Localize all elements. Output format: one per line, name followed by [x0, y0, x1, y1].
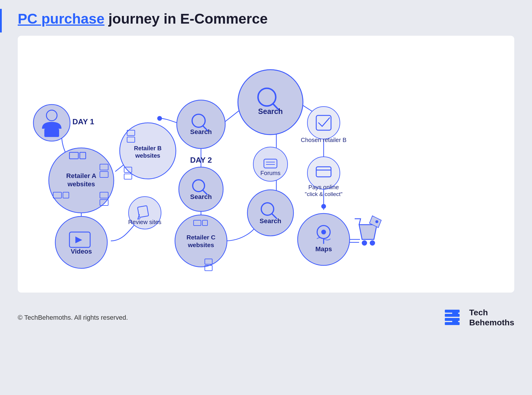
svg-point-57: [375, 220, 378, 223]
left-accent: [0, 9, 2, 32]
svg-point-53: [321, 230, 326, 234]
svg-rect-28: [124, 174, 132, 179]
search4-label: Search: [259, 217, 281, 225]
search2-node: [179, 167, 223, 211]
search1-node: [177, 100, 225, 148]
svg-point-55: [362, 240, 367, 246]
brand-logo-icon: [443, 307, 464, 328]
brand-name-line1: Tech: [469, 308, 514, 318]
diagram-container: DAY 1 Retailer A websites Retailer B web…: [18, 36, 514, 293]
day1-label: DAY 1: [72, 117, 94, 126]
retailer-c-label2: websites: [188, 241, 214, 248]
videos-node: [55, 216, 107, 268]
header: PC purchase journey in E-Commerce: [0, 0, 532, 33]
svg-point-12: [321, 204, 326, 209]
footer-brand: Tech Behemoths: [443, 307, 514, 328]
chosen-retailer-label: Chosen retailer B: [301, 137, 347, 143]
search1-label: Search: [190, 128, 212, 136]
svg-point-56: [370, 240, 375, 246]
maps-label: Maps: [315, 245, 332, 253]
search3-label: Search: [258, 107, 283, 115]
footer-copyright: © TechBehemoths. All rights reserved.: [18, 314, 128, 321]
search4-node: [247, 190, 293, 236]
footer: © TechBehemoths. All rights reserved. Te…: [0, 298, 532, 337]
svg-point-3: [157, 116, 162, 121]
page-wrapper: PC purchase journey in E-Commerce: [0, 0, 532, 395]
forums-label: Forums: [260, 170, 280, 176]
retailer-a-label: Retailer A: [66, 172, 96, 179]
svg-rect-64: [452, 318, 458, 325]
retailer-b-label: Retailer B: [134, 145, 161, 151]
chosen-retailer-node: [307, 107, 340, 139]
retailer-a-label2: websites: [67, 180, 95, 188]
cart-icon: [355, 216, 381, 246]
title-highlight: PC purchase: [18, 11, 104, 27]
review-sites-label: Review sites: [128, 219, 161, 225]
brand-name-line2: Behemoths: [469, 318, 514, 328]
pays-online-label2: "click & collect": [305, 191, 343, 197]
search2-label: Search: [190, 193, 212, 200]
retailer-c-label: Retailer C: [186, 234, 215, 241]
videos-label: Videos: [71, 248, 92, 255]
pays-online-label: Pays online: [308, 184, 339, 190]
page-title: PC purchase journey in E-Commerce: [18, 11, 268, 27]
retailer-b-label2: websites: [135, 152, 160, 159]
diagram-svg: DAY 1 Retailer A websites Retailer B web…: [18, 36, 514, 293]
day2-label: DAY 2: [190, 156, 212, 164]
svg-rect-63: [452, 310, 458, 317]
svg-rect-16: [44, 129, 59, 137]
search3-node: [238, 70, 303, 135]
